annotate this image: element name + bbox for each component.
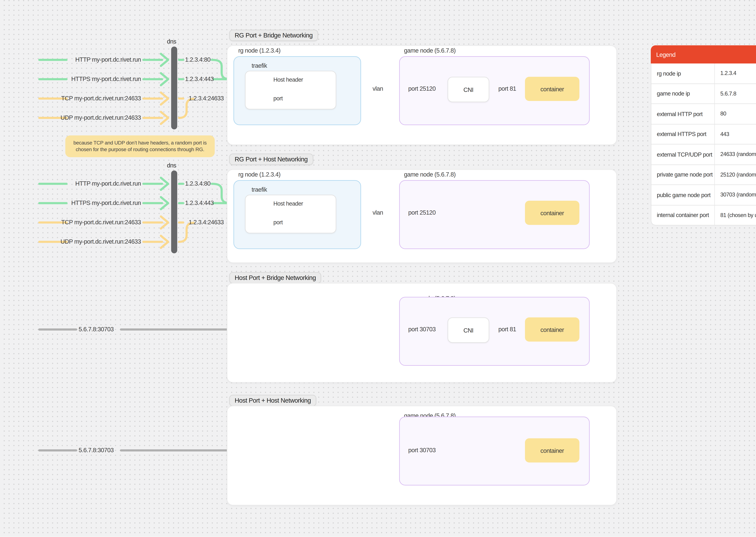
container-port-label: port 81 — [498, 325, 516, 333]
game-node-port-label: port 30703 — [408, 446, 436, 454]
legend-header-label: Legend — [651, 45, 715, 63]
table-row: private game node port 25120 (randomly c… — [651, 164, 756, 185]
section-title-host-host: Host Port + Host Networking — [229, 395, 316, 406]
game-node-label: game node (5.6.7.8) — [404, 47, 456, 55]
dns-ip-tcp: 1.2.3.4:24633 — [189, 218, 224, 226]
container-box: container — [525, 77, 579, 101]
external-address-label: 5.6.7.8:30703 — [79, 325, 114, 333]
container-box: container — [525, 317, 579, 342]
traefik-label: traefik — [252, 186, 267, 193]
section-title-host-bridge: Host Port + Bridge Networking — [229, 272, 321, 283]
table-row: external HTTPS port 443 — [651, 124, 756, 144]
dns-entry-udp: UDP my-port.dc.rivet.run:24633 — [61, 114, 141, 121]
dns-entry-https: HTTPS my-port.dc.rivet.run — [71, 199, 141, 207]
legend-row-label: external TCP/UDP port — [651, 145, 715, 164]
dns-ip-https: 1.2.3.4:443 — [185, 75, 214, 83]
rg-node-label: rg node (1.2.3.4) — [238, 171, 280, 178]
dns-entry-udp: UDP my-port.dc.rivet.run:24633 — [61, 238, 141, 245]
legend-row-value: 80 — [715, 104, 756, 124]
legend-row-label: public game node port — [651, 185, 715, 205]
section-title-rg-host: RG Port + Host Networking — [229, 153, 313, 165]
legend-row-value: 30703 (randomly chosen per configured ho… — [715, 185, 756, 205]
table-row: game node ip 5.6.7.8 — [651, 83, 756, 103]
dns-entry-tcp: TCP my-port.dc.rivet.run:24633 — [61, 94, 141, 102]
container-box: container — [525, 438, 579, 463]
external-address-label: 5.6.7.8:30703 — [79, 446, 114, 454]
table-row: public game node port 30703 (randomly ch… — [651, 185, 756, 205]
table-row: external TCP/UDP port 24633 (randomly ch… — [651, 144, 756, 164]
legend-row-value: 443 — [715, 124, 756, 144]
dns-ip-http: 1.2.3.4:80 — [185, 56, 210, 63]
legend-row-value: 24633 (randomly chosen per configured po… — [715, 145, 756, 164]
legend-row-label: external HTTPS port — [651, 124, 715, 144]
legend-row-label: rg node ip — [651, 63, 715, 83]
host-header-label: Host header — [273, 199, 303, 207]
dns-entry-https: HTTPS my-port.dc.rivet.run — [71, 75, 141, 83]
dns-column-label: dns — [167, 161, 176, 169]
dns-entry-http: HTTP my-port.dc.rivet.run — [75, 180, 141, 187]
table-row: rg node ip 1.2.3.4 — [651, 63, 756, 83]
game-node-port-label: port 30703 — [408, 325, 436, 333]
table-row: external HTTP port 80 — [651, 103, 756, 124]
legend-row-value: 81 (chosen by user) — [715, 205, 756, 225]
cni-box: CNI — [447, 317, 489, 343]
legend-row-label: external HTTP port — [651, 104, 715, 124]
dns-entry-tcp: TCP my-port.dc.rivet.run:24633 — [61, 218, 141, 226]
legend-row-label: internal container port — [651, 205, 715, 225]
section-title-rg-bridge: RG Port + Bridge Networking — [229, 30, 318, 41]
container-port-label: port 81 — [498, 85, 516, 93]
legend-row-value: 5.6.7.8 — [715, 84, 756, 103]
legend-header-row: Legend Range — [651, 45, 756, 63]
diagram-canvas: dns HTTP my-port.dc.rivet.run HTTPS my-p… — [0, 0, 756, 537]
table-row: internal container port 81 (chosen by us… — [651, 205, 756, 225]
port-rule-label: port — [273, 218, 283, 226]
dns-ip-https: 1.2.3.4:443 — [185, 199, 214, 207]
vlan-label: vlan — [373, 209, 383, 217]
game-node-port-label: port 25120 — [408, 85, 436, 93]
vlan-label: vlan — [373, 85, 383, 93]
legend-header-value — [715, 45, 756, 63]
legend-row-label: private game node port — [651, 165, 715, 185]
dns-ip-tcp: 1.2.3.4:24633 — [189, 94, 224, 102]
port-rule-label: port — [273, 94, 283, 102]
rg-node-label: rg node (1.2.3.4) — [238, 47, 280, 55]
cni-box: CNI — [447, 77, 489, 102]
game-node-port-label: port 25120 — [408, 209, 436, 217]
legend-row-value: 25120 (randomly chosen per configured GG… — [715, 165, 756, 185]
dns-entry-http: HTTP my-port.dc.rivet.run — [75, 56, 141, 63]
game-node-label: game node (5.6.7.8) — [404, 171, 456, 178]
legend-body: rg node ip 1.2.3.4 game node ip 5.6.7.8 … — [651, 63, 756, 226]
legend-row-value: 1.2.3.4 — [715, 63, 756, 83]
traefik-label: traefik — [252, 62, 267, 69]
dns-column-label: dns — [167, 37, 176, 45]
legend-table: Legend Range rg node ip 1.2.3.4 game nod… — [651, 45, 756, 226]
container-box: container — [525, 201, 579, 225]
dns-ip-http: 1.2.3.4:80 — [185, 180, 210, 187]
host-header-label: Host header — [273, 76, 303, 83]
legend-row-label: game node ip — [651, 84, 715, 103]
